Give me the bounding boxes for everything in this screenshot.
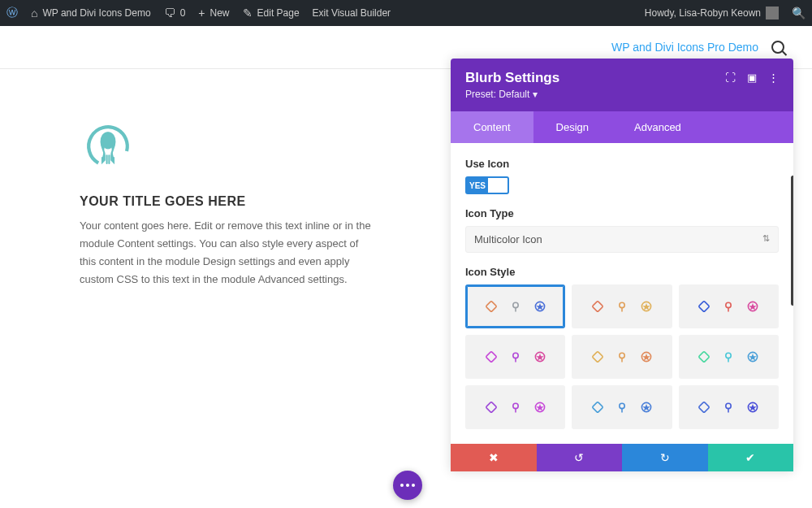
icon-style-option[interactable] (679, 385, 779, 429)
svg-rect-20 (486, 402, 497, 413)
panel-title: Blurb Settings (465, 70, 725, 86)
toggle-on-label: YES (467, 178, 488, 193)
squid-icon (80, 118, 136, 175)
edit-label: Edit Page (257, 7, 300, 19)
svg-rect-5 (592, 301, 603, 312)
tab-advanced[interactable]: Advanced (611, 111, 704, 143)
svg-rect-2 (486, 301, 497, 312)
icon-style-grid (465, 284, 779, 429)
undo-icon: ↺ (574, 451, 584, 464)
exit-visual-builder[interactable]: Exit Visual Builder (306, 0, 398, 26)
snap-icon[interactable]: ⛶ (725, 72, 736, 84)
wordpress-icon: ⓦ (6, 6, 18, 20)
use-icon-toggle[interactable]: YES (465, 176, 509, 194)
tab-content[interactable]: Content (451, 111, 533, 143)
expand-icon[interactable]: ▣ (747, 72, 757, 84)
svg-rect-11 (486, 351, 497, 363)
dot-icon (406, 484, 409, 487)
icon-style-option[interactable] (679, 284, 779, 328)
wp-admin-bar: ⓦ ⌂WP and Divi Icons Demo 🗨0 +New ✎Edit … (0, 0, 812, 26)
blurb-text[interactable]: Your content goes here. Edit or remove t… (80, 217, 375, 289)
site-name-label: WP and Divi Icons Demo (42, 7, 150, 19)
pencil-icon: ✎ (243, 7, 253, 20)
panel-body: Use Icon YES Icon Type Multicolor Icon ⇅… (451, 143, 793, 444)
svg-point-21 (512, 403, 517, 408)
svg-point-12 (512, 353, 517, 358)
svg-point-1 (102, 132, 114, 150)
blurb-settings-panel: Blurb Settings Preset: Default ▾ ⛶ ▣ ⋮ C… (451, 59, 793, 471)
svg-point-27 (726, 403, 731, 408)
site-name[interactable]: ⌂WP and Divi Icons Demo (24, 0, 158, 26)
howdy-label: Howdy, Lisa-Robyn Keown (645, 7, 761, 19)
new-label: New (210, 7, 230, 19)
svg-rect-23 (592, 402, 603, 413)
icon-style-option[interactable] (572, 335, 672, 379)
blurb-title[interactable]: YOUR TITLE GOES HERE (80, 194, 375, 209)
icon-type-label: Icon Type (465, 207, 779, 219)
svg-point-15 (620, 353, 624, 358)
comments-count: 0 (180, 7, 186, 19)
dot-icon (412, 484, 415, 487)
use-icon-label: Use Icon (465, 158, 779, 170)
comment-icon: 🗨 (164, 7, 175, 20)
svg-rect-17 (699, 351, 710, 363)
builder-menu-button[interactable] (393, 471, 422, 500)
svg-rect-8 (699, 301, 710, 312)
blurb-module[interactable]: YOUR TITLE GOES HERE Your content goes h… (0, 69, 455, 337)
plus-icon: + (198, 7, 205, 20)
home-icon: ⌂ (31, 7, 37, 20)
redo-icon: ↻ (660, 451, 670, 464)
preset-dropdown[interactable]: Preset: Default ▾ (465, 89, 725, 100)
icon-style-option[interactable] (679, 335, 779, 379)
blurb-icon-wrap (80, 118, 375, 175)
icon-style-option[interactable] (465, 284, 565, 328)
tab-design[interactable]: Design (533, 111, 611, 143)
edit-page[interactable]: ✎Edit Page (236, 0, 306, 26)
svg-rect-26 (699, 402, 710, 413)
icon-style-label: Icon Style (465, 266, 779, 278)
svg-point-9 (726, 302, 731, 307)
icon-style-option[interactable] (465, 335, 565, 379)
comments-link[interactable]: 🗨0 (158, 0, 192, 26)
header-link[interactable]: WP and Divi Icons Pro Demo (611, 41, 758, 54)
new-content[interactable]: +New (192, 0, 235, 26)
icon-style-option[interactable] (572, 284, 672, 328)
wp-logo[interactable]: ⓦ (0, 0, 24, 26)
svg-point-6 (620, 302, 624, 307)
admin-search[interactable]: 🔍 (785, 0, 812, 26)
cancel-button[interactable]: ✖ (451, 444, 537, 471)
scrollbar[interactable] (791, 176, 793, 306)
svg-point-3 (512, 302, 517, 307)
check-icon: ✔ (745, 451, 755, 464)
avatar (766, 7, 779, 20)
search-icon: 🔍 (792, 7, 806, 20)
svg-point-18 (726, 353, 731, 358)
undo-button[interactable]: ↺ (537, 444, 623, 471)
search-icon[interactable] (771, 41, 784, 54)
caret-icon: ⇅ (762, 233, 770, 244)
icon-style-option[interactable] (572, 385, 672, 429)
close-icon: ✖ (489, 451, 499, 464)
toggle-knob (491, 180, 506, 191)
panel-actions: ✖ ↺ ↻ ✔ (451, 444, 793, 471)
icon-type-select[interactable]: Multicolor Icon ⇅ (465, 226, 779, 253)
panel-header[interactable]: Blurb Settings Preset: Default ▾ ⛶ ▣ ⋮ (451, 59, 793, 111)
dot-icon (400, 484, 404, 487)
chevron-down-icon: ▾ (533, 89, 538, 100)
svg-point-24 (620, 403, 624, 408)
save-button[interactable]: ✔ (708, 444, 794, 471)
exit-label: Exit Visual Builder (313, 7, 391, 19)
svg-rect-14 (592, 351, 603, 363)
panel-tabs: Content Design Advanced (451, 111, 793, 143)
redo-button[interactable]: ↻ (622, 444, 708, 471)
kebab-icon[interactable]: ⋮ (768, 72, 779, 84)
icon-type-value: Multicolor Icon (474, 233, 542, 245)
icon-style-option[interactable] (465, 385, 565, 429)
my-account[interactable]: Howdy, Lisa-Robyn Keown (638, 0, 785, 26)
